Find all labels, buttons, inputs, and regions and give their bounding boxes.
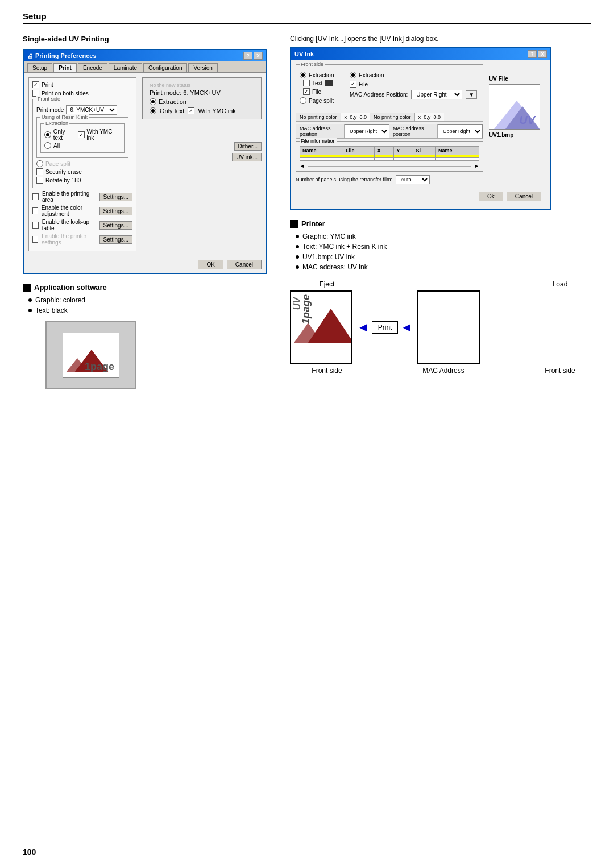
front-side-section: Front side Extraction Text [296,64,483,109]
cell-x [375,158,394,161]
settings2-button[interactable]: Settings... [99,207,132,215]
all-row: All [44,142,121,149]
file-table: Name File X Y Si Name [300,146,479,161]
settings3-button[interactable]: Settings... [99,221,132,230]
front-side-label: Front side [36,96,61,102]
uv-titlebar-buttons: ? X [528,50,547,58]
page-card-inner: 1page [63,333,119,378]
enable-lookup-row: Enable the look-up table Settings... [32,219,132,231]
app-software-heading: Application software [23,283,267,292]
security-erase-checkbox[interactable] [36,168,43,175]
list-item: UV1.bmp: UV ink [296,253,591,261]
close-button[interactable]: X [254,52,263,60]
ok-button[interactable]: OK [198,260,223,269]
print-mode-select[interactable]: 6. YMCK+UV [66,105,117,115]
text-checkbox[interactable] [303,80,310,86]
dialog-title: Printing Preferences [35,52,97,59]
black-square-icon [23,284,31,292]
page-split-row: Page split [36,160,128,167]
bullet-icon [296,255,299,259]
extraction-label: Extraction [309,72,334,78]
rotate-checkbox[interactable] [36,177,43,184]
with-ymc-display: ✓ [188,107,194,114]
printer-heading: Printer [290,219,591,228]
only-text-radio[interactable] [44,131,51,138]
enable-lookup-checkbox[interactable] [32,222,39,229]
page-split-radio[interactable] [36,160,43,167]
col-file: File [343,147,375,155]
tab-encode[interactable]: Encode [78,63,107,72]
uv-close-button[interactable]: X [538,50,547,58]
with-ymc-checkbox[interactable]: ✓ [78,131,85,138]
col-name2: Name [436,147,479,155]
file-display-checkbox: ✓ [350,81,356,88]
number-panels-select[interactable]: Auto [396,175,430,184]
extraction-label: Extraction [44,121,69,126]
uv-ok-button[interactable]: Ok [479,192,503,201]
uv-cancel-button[interactable]: Cancel [507,192,541,201]
extraction-radio-display [150,98,156,105]
mac-position-row: MAC Address Position: Upper Right ▼ [350,90,479,99]
page-number: 100 [23,848,36,857]
enable-printing-checkbox[interactable] [32,193,39,200]
file-label: File [312,89,321,95]
left-options: Extraction Text ✓ File [300,72,345,105]
printer-icon: 🖨 [27,53,33,59]
uv-ink-button[interactable]: UV ink... [232,153,262,161]
scroll-left[interactable]: ◄ [300,163,305,169]
scroll-right[interactable]: ► [474,163,479,169]
printing-preferences-dialog: 🖨 Printing Preferences ? X Setup Print E… [23,49,267,274]
printer-section: Printer Graphic: YMC ink Text: YMC ink +… [290,219,591,375]
uv-file-preview-box: UV [489,84,540,130]
section-title: Single-sided UV Printing [23,35,267,43]
bullet-icon [296,265,299,269]
tab-print[interactable]: Print [53,63,77,72]
print-mode-text: Print mode: 6. YMCK+UV [150,89,254,96]
mac-position-select[interactable]: Upper Right [411,90,462,99]
extraction-display-radio [350,72,356,78]
tab-version[interactable]: Version [188,63,217,72]
eject-label: Eject [320,280,335,288]
number-panels-row: Number of panels using the retransfer fi… [296,175,483,184]
dither-button[interactable]: Dither... [234,142,262,151]
flow-labels-bottom: Front side MAC Address Front side [290,367,591,375]
tab-laminate[interactable]: Laminate [109,63,142,72]
all-radio[interactable] [44,142,51,149]
print-checkbox[interactable]: ✓ [32,81,39,88]
mac-address-select[interactable]: Upper Right [345,124,389,138]
settings4-button[interactable]: Settings... [99,235,132,244]
eject-card: UV 1page [290,290,352,364]
mac-address-row: MAC address position Upper Right MAC add… [296,124,483,139]
table-row [300,158,479,161]
cancel-button[interactable]: Cancel [227,260,262,269]
tab-setup[interactable]: Setup [27,63,52,72]
uv-text: UV [519,114,535,127]
file-checkbox[interactable]: ✓ [303,88,310,95]
col-y: Y [394,147,413,155]
scroll-row: ◄ ► [300,163,479,169]
print-mode-row: Print mode 6. YMCK+UV [36,105,128,115]
page-split-radio[interactable] [300,97,306,104]
mac-address-position-label2: MAC address position [389,124,438,138]
no-printing-color-value: x=0,y=0,0 [341,113,371,121]
black-square-icon [290,220,298,228]
app-software-list: Graphic: colored Text: black [23,296,267,314]
file-option: ✓ File [303,88,345,95]
dialog-body: ✓ Print Print on both sides Front side P… [24,73,266,256]
tab-configuration[interactable]: Configuration [143,63,187,72]
settings1-button[interactable]: Settings... [99,193,132,201]
help-button[interactable]: ? [243,52,252,60]
col-si: Si [413,147,436,155]
page-card: 1page [45,321,136,389]
extraction-radio[interactable] [300,72,306,78]
extraction-display: Extraction [150,98,254,105]
mac-address-select2[interactable]: Upper Right [438,124,483,138]
uv-help-button[interactable]: ? [528,50,537,58]
page-card-container: 1page [34,321,267,389]
enable-color-checkbox[interactable] [32,207,38,214]
extraction-display-row: Extraction [350,72,479,78]
enable-printer-checkbox[interactable] [32,236,38,243]
enable-printing-label: Enable the printing area [42,190,96,203]
bullet-icon [296,235,299,238]
text-label: Text [312,80,322,86]
